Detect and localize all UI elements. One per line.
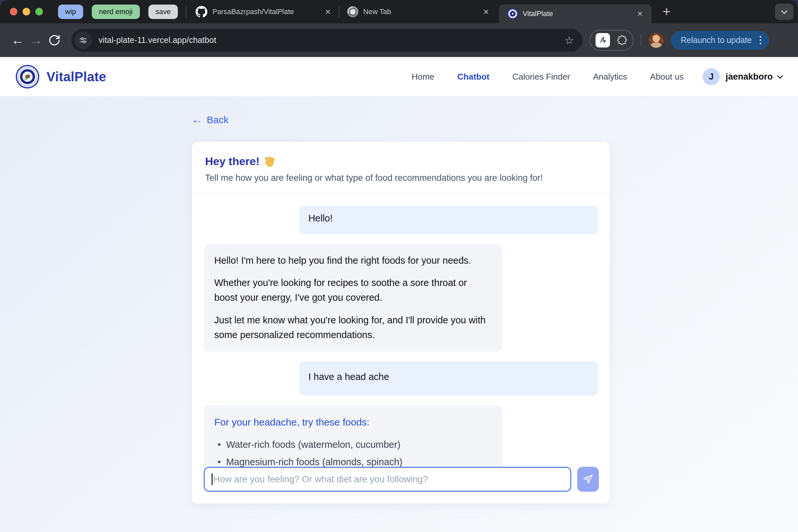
forward-button[interactable]: → <box>27 33 45 48</box>
message-text: I have a head ache <box>308 372 389 382</box>
relaunch-label: Relaunch to update <box>681 35 752 45</box>
chatbot-subtitle: Tell me how you are feeling or what type… <box>205 173 596 183</box>
list-item-text: Water-rich foods (watermelon, cucumber) <box>226 438 400 451</box>
address-bar[interactable]: vital-plate-11.vercel.app/chatbot ☆ <box>71 29 583 52</box>
browser-toolbar: ← → vital-plate-11.vercel.app/chatbot ☆ … <box>0 23 798 57</box>
zoom-window-button[interactable] <box>35 8 43 15</box>
bullet-icon: • <box>217 438 221 451</box>
nav-analytics[interactable]: Analytics <box>593 72 627 82</box>
bullet-icon: • <box>217 455 221 468</box>
tab-divider <box>186 6 186 18</box>
github-icon <box>195 6 207 18</box>
send-icon <box>583 474 594 485</box>
browser-menu-icon[interactable] <box>758 36 763 44</box>
tab-close-icon[interactable]: × <box>637 9 643 19</box>
user-message: I have a head ache <box>299 361 598 396</box>
chatbot-title: Hey there! <box>205 155 596 168</box>
chatbot-card: Hey there! Tell me how you are f <box>192 141 610 504</box>
bookmark-star-icon[interactable]: ☆ <box>565 34 574 46</box>
chat-input[interactable] <box>204 467 571 492</box>
chevron-down-icon <box>781 7 787 14</box>
site-settings-icon[interactable] <box>74 32 92 49</box>
user-menu[interactable]: J jaenakboro <box>703 68 782 85</box>
back-label: Back <box>207 114 229 126</box>
brand-name[interactable]: VitalPlate <box>46 70 106 84</box>
recommendation-title: For your headache, try these foods: <box>214 415 492 430</box>
site-header: VitalPlate Home Chatbot Calories Finder … <box>0 57 798 97</box>
message-paragraph: Hello! I'm here to help you find the rig… <box>214 253 492 268</box>
vitalplate-logo[interactable] <box>16 65 39 89</box>
user-message: Hello! <box>299 206 598 234</box>
new-tab-button[interactable]: + <box>663 5 671 19</box>
chevron-down-icon <box>777 73 783 79</box>
chat-messages: Hello! Hello! I'm here to help you find … <box>192 195 610 468</box>
text-caret <box>212 473 213 485</box>
nav-calories-finder[interactable]: Calories Finder <box>512 72 570 82</box>
list-item-text: Magnesium-rich foods (almonds, spinach) <box>226 455 402 468</box>
list-item: •Water-rich foods (watermelon, cucumber) <box>217 438 492 451</box>
send-button[interactable] <box>577 467 599 492</box>
tab-github-vitalplate[interactable]: ParsaBazrpash/VitalPlate × <box>195 6 331 18</box>
profile-avatar[interactable] <box>649 33 664 48</box>
tab-search-button[interactable] <box>775 4 793 20</box>
nav-chatbot[interactable]: Chatbot <box>457 72 489 82</box>
back-arrow-icon: ← <box>192 114 202 126</box>
tab-group-nerd-emoji[interactable]: nerd emoji <box>92 5 140 19</box>
tab-new-tab[interactable]: New Tab × <box>347 6 489 17</box>
bot-message: Hello! I'm here to help you find the rig… <box>204 244 502 352</box>
back-link[interactable]: ← Back <box>192 114 229 126</box>
extensions-puzzle-icon[interactable] <box>616 35 628 46</box>
chrome-icon <box>347 6 358 17</box>
message-text: Hello! <box>308 213 332 223</box>
tab-title: VitalPlate <box>523 10 553 18</box>
message-paragraph: Whether you're looking for recipes to so… <box>214 276 492 305</box>
nav-about-us[interactable]: About us <box>650 72 684 82</box>
user-avatar: J <box>703 68 720 85</box>
tab-bar: wip nerd emoji save ParsaBazrpash/VitalP… <box>0 0 798 23</box>
toolbar-divider <box>641 34 641 46</box>
main-navigation: Home Chatbot Calories Finder Analytics A… <box>412 72 684 82</box>
close-window-button[interactable] <box>10 8 17 15</box>
tab-group-save[interactable]: save <box>148 5 178 19</box>
tab-title: New Tab <box>363 7 391 16</box>
message-paragraph: Just let me know what you're looking for… <box>214 313 492 342</box>
window-controls <box>10 8 43 15</box>
url-text[interactable]: vital-plate-11.vercel.app/chatbot <box>99 35 565 45</box>
back-button[interactable]: ← <box>8 33 27 48</box>
nav-home[interactable]: Home <box>412 72 434 82</box>
chat-input-row <box>204 467 599 492</box>
tab-close-icon[interactable]: × <box>325 7 331 17</box>
chatbot-title-text: Hey there! <box>205 155 260 168</box>
page-background: ← Back Hey there! <box>0 97 798 532</box>
extension-icon[interactable] <box>595 33 610 48</box>
list-item: •Magnesium-rich foods (almonds, spinach) <box>217 455 492 468</box>
tab-title: ParsaBazrpash/VitalPlate <box>212 7 294 16</box>
user-name: jaenakboro <box>726 72 773 82</box>
tab-vitalplate-active[interactable]: VitalPlate × <box>499 4 651 23</box>
chatbot-header: Hey there! Tell me how you are f <box>192 142 610 194</box>
tab-group-wip[interactable]: wip <box>58 5 83 19</box>
minimize-window-button[interactable] <box>23 8 30 15</box>
reload-button[interactable] <box>48 34 61 47</box>
tab-group-chips: wip nerd emoji save <box>58 5 178 19</box>
browser-window: wip nerd emoji save ParsaBazrpash/VitalP… <box>0 0 798 532</box>
relaunch-to-update-button[interactable]: Relaunch to update <box>671 31 769 50</box>
bot-message: For your headache, try these foods: •Wat… <box>204 405 502 468</box>
tab-divider <box>339 6 339 18</box>
extensions-area <box>590 30 633 51</box>
waving-hand-emoji <box>263 156 275 167</box>
tab-close-icon[interactable]: × <box>483 7 489 17</box>
vitalplate-favicon <box>508 8 518 19</box>
